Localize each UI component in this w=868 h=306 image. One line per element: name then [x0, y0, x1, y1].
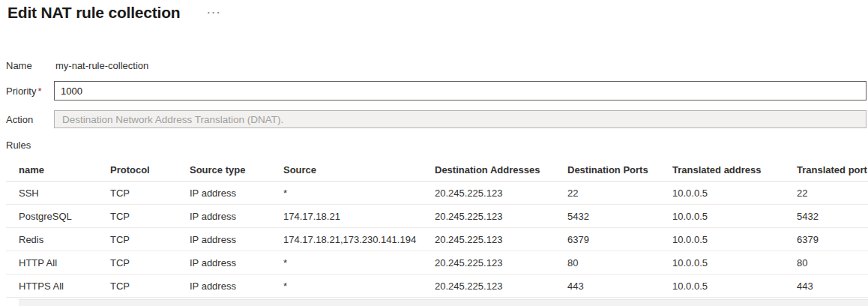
rules-table-header-row: nameProtocolSource typeSourceDestination… [6, 159, 868, 182]
page-title: Edit NAT rule collection [7, 4, 181, 22]
table-cell: 80 [784, 257, 868, 268]
table-cell: Redis [6, 234, 97, 245]
new-rule-input-row[interactable] [19, 299, 868, 306]
name-row: Name my-nat-rule-collection [6, 59, 867, 71]
table-cell: 22 [784, 188, 868, 199]
table-cell: 443 [784, 280, 868, 292]
column-header-name: name [6, 164, 97, 176]
table-cell: TCP [97, 211, 177, 222]
table-cell: IP address [177, 188, 271, 199]
table-cell: 10.0.0.5 [660, 234, 784, 245]
priority-row: Priority* [6, 81, 867, 100]
priority-input[interactable] [54, 81, 867, 100]
table-cell: 6379 [555, 234, 660, 245]
table-cell: 6379 [784, 234, 868, 245]
rules-table: nameProtocolSource typeSourceDestination… [6, 159, 868, 298]
table-cell: HTTPS All [6, 280, 97, 292]
table-cell: 443 [555, 280, 660, 292]
priority-label: Priority* [6, 86, 54, 97]
column-header-destination-ports: Destination Ports [555, 164, 660, 176]
table-cell: 20.245.225.123 [422, 188, 555, 199]
table-cell: 10.0.0.5 [660, 280, 784, 292]
table-cell: IP address [177, 280, 271, 292]
table-row-http-all[interactable]: HTTP AllTCPIP address*20.245.225.1238010… [6, 251, 868, 274]
table-cell: 80 [555, 257, 660, 268]
table-cell: IP address [177, 257, 271, 268]
table-cell: TCP [97, 257, 177, 268]
column-header-source: Source [271, 164, 422, 176]
table-cell: 10.0.0.5 [660, 188, 784, 199]
table-cell: * [271, 280, 422, 292]
action-input [54, 110, 867, 128]
table-cell: * [271, 188, 422, 199]
table-cell: 5432 [555, 211, 660, 222]
column-header-translated-port: Translated port [784, 164, 868, 176]
table-row-postgresql[interactable]: PostgreSQLTCPIP address174.17.18.2120.24… [6, 205, 868, 228]
table-row-redis[interactable]: RedisTCPIP address174.17.18.21,173.230.1… [6, 228, 868, 251]
table-cell: 20.245.225.123 [422, 280, 555, 292]
table-cell: 5432 [784, 211, 868, 222]
column-header-source-type: Source type [177, 164, 271, 176]
name-label: Name [6, 60, 54, 71]
action-row: Action [6, 110, 867, 128]
table-cell: 20.245.225.123 [422, 234, 555, 245]
table-cell: * [271, 257, 422, 268]
table-cell: IP address [177, 211, 271, 222]
title-row: Edit NAT rule collection ··· [7, 3, 868, 22]
table-cell: 22 [555, 188, 660, 199]
table-cell: 20.245.225.123 [422, 211, 555, 222]
nat-collection-form: Name my-nat-rule-collection Priority* Ac… [0, 59, 868, 128]
edit-nat-rule-collection-blade: Edit NAT rule collection ··· Name my-nat… [0, 0, 868, 306]
table-cell: TCP [97, 280, 177, 292]
table-cell: HTTP All [6, 257, 97, 268]
table-cell: 174.17.18.21 [271, 211, 422, 222]
rules-table-body: SSHTCPIP address*20.245.225.1232210.0.0.… [6, 182, 868, 298]
required-asterisk: * [37, 86, 41, 97]
table-cell: TCP [97, 188, 177, 199]
name-value: my-nat-rule-collection [54, 60, 148, 71]
column-header-destination-addresses: Destination Addresses [422, 164, 555, 176]
table-cell: 10.0.0.5 [660, 257, 784, 268]
table-cell: PostgreSQL [6, 211, 97, 222]
table-cell: IP address [177, 234, 271, 245]
rules-section-label: Rules [6, 140, 868, 152]
table-row-ssh[interactable]: SSHTCPIP address*20.245.225.1232210.0.0.… [6, 182, 868, 205]
more-options-button[interactable]: ··· [205, 8, 225, 18]
table-cell: SSH [6, 188, 97, 199]
action-label: Action [6, 114, 54, 125]
table-cell: 174.17.18.21,173.230.141.194 [271, 234, 422, 245]
table-row-https-all[interactable]: HTTPS AllTCPIP address*20.245.225.123443… [6, 274, 868, 298]
column-header-translated-address: Translated address [660, 164, 784, 176]
table-cell: 20.245.225.123 [422, 257, 555, 268]
column-header-protocol: Protocol [97, 164, 177, 176]
table-cell: 10.0.0.5 [660, 211, 784, 222]
table-cell: TCP [97, 234, 177, 245]
